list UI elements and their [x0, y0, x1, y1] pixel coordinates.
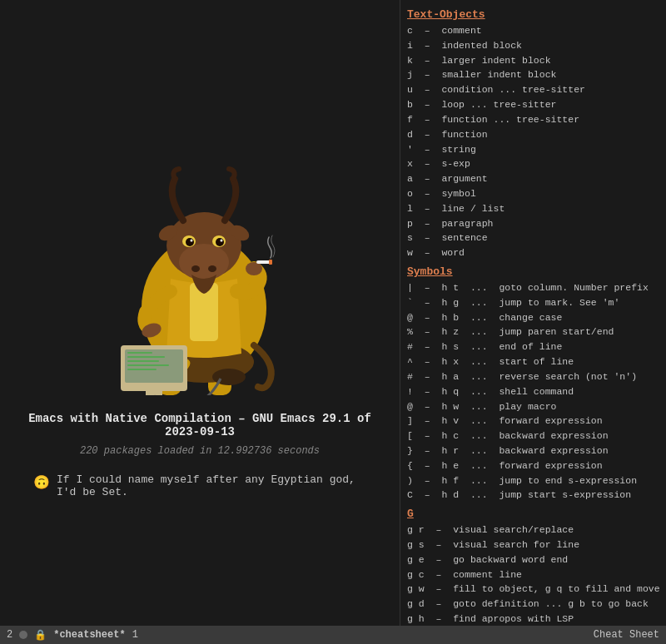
quote-icon: 🙃: [33, 474, 50, 491]
menu-item: p – paragraph: [407, 216, 659, 231]
menu-item: k – larger indent block: [407, 53, 659, 68]
menu-item: u – condition ... tree-sitter: [407, 82, 659, 97]
menu-item: ^ – h x ... start of line: [407, 354, 659, 369]
status-bar: 2 🔒 *cheatsheet* 1 Cheat Sheet: [0, 626, 666, 644]
status-mode: Cheat Sheet: [594, 629, 659, 641]
svg-point-15: [216, 238, 224, 246]
menu-item: j – smaller indent block: [407, 67, 659, 82]
section-title-symbols: Symbols: [407, 265, 659, 278]
menu-item: w – word: [407, 245, 659, 260]
menu-item: i – indented block: [407, 38, 659, 53]
menu-item: @ – h w ... play macro: [407, 399, 659, 414]
main-wrapper: Emacs with Native Compilation – GNU Emac…: [0, 0, 666, 626]
menu-item: } – h r ... backward expression: [407, 443, 659, 458]
svg-point-20: [246, 262, 262, 275]
menu-item: x – s-exp: [407, 156, 659, 171]
menu-item: a – argument: [407, 171, 659, 186]
status-lock: 🔒: [34, 629, 47, 642]
svg-point-14: [186, 238, 194, 246]
svg-rect-29: [127, 356, 165, 358]
svg-point-17: [221, 240, 223, 242]
menu-item: ` – h g ... jump to mark. See 'm': [407, 295, 659, 310]
menu-item: # – h s ... end of line: [407, 339, 659, 354]
menu-item: ] – h v ... forward expression: [407, 414, 659, 429]
menu-item: s – sentence: [407, 230, 659, 245]
menu-item: l – line / list: [407, 201, 659, 216]
menu-item: % – h z ... jump paren start/end: [407, 324, 659, 339]
status-mode-num: 1: [132, 629, 138, 641]
svg-rect-26: [146, 391, 162, 395]
menu-item: g c – comment line: [407, 567, 659, 582]
menu-item: c – comment: [407, 23, 659, 38]
packages-info: 220 packages loaded in 12.992736 seconds: [80, 445, 320, 457]
gnu-image: [75, 146, 325, 395]
status-buffer: *cheatsheet*: [53, 629, 125, 641]
menu-item: { – h e ... forward expression: [407, 458, 659, 473]
svg-rect-30: [127, 360, 159, 362]
svg-rect-32: [127, 369, 157, 370]
menu-item: # – h a ... reverse search (not 'n'): [407, 369, 659, 384]
left-panel: Emacs with Native Compilation – GNU Emac…: [0, 0, 400, 644]
status-num: 2: [7, 629, 12, 641]
menu-item: b – loop ... tree-sitter: [407, 97, 659, 112]
menu-item: g r – visual search/replace: [407, 523, 659, 537]
menu-item: ' – string: [407, 142, 659, 157]
emacs-title: Emacs with Native Compilation – GNU Emac…: [17, 412, 383, 438]
menu-item: g w – fill to object, g q to fill and mo…: [407, 582, 659, 597]
menu-item: g h – find apropos with LSP: [407, 612, 659, 627]
menu-item: [ – h c ... backward expression: [407, 429, 659, 443]
svg-rect-22: [269, 260, 272, 265]
svg-point-11: [208, 265, 216, 272]
menu-item: f – function ... tree-sitter: [407, 112, 659, 127]
quote-line: 🙃 If I could name myself after any Egypt…: [17, 473, 383, 498]
svg-point-16: [191, 240, 193, 242]
menu-item: g e – go backward word end: [407, 552, 659, 567]
menu-item: @ – h b ... change case: [407, 310, 659, 325]
menu-item: g s – visual search for line: [407, 537, 659, 552]
menu-item: d – function: [407, 127, 659, 142]
menu-item: o – symbol: [407, 186, 659, 201]
svg-point-10: [191, 265, 200, 272]
section-title-text-objects: Text-Objects: [407, 8, 659, 21]
right-panel[interactable]: Text-Objectsc – commenti – indented bloc…: [400, 0, 666, 644]
svg-rect-28: [127, 352, 152, 354]
menu-item: g d – goto definition ... g b to go back: [407, 597, 659, 612]
status-dot: [19, 631, 27, 639]
svg-point-9: [179, 244, 229, 280]
quote-text: If I could name myself after any Egyptia…: [57, 473, 366, 498]
menu-item: ! – h q ... shell command: [407, 384, 659, 399]
menu-item: C – h d ... jump start s-expression: [407, 488, 659, 503]
svg-rect-31: [127, 364, 169, 366]
section-title-g-section: G: [407, 508, 659, 520]
menu-item: | – h t ... goto column. Number prefix: [407, 280, 659, 295]
menu-item: ) – h f ... jump to end s-expression: [407, 473, 659, 488]
